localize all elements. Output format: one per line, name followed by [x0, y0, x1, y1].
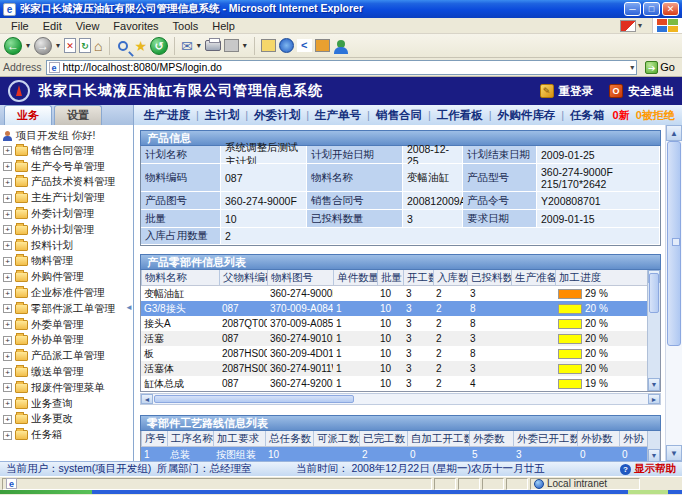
scrollbar-thumb[interactable]: [154, 395, 354, 403]
col-header[interactable]: 总任务数: [265, 431, 313, 446]
col-header[interactable]: 物料名称: [141, 270, 219, 285]
sidebar-item-scrap-menu[interactable]: 报废件管理菜单: [3, 380, 133, 396]
sidebar-item-coop-order[interactable]: 外协单管理: [3, 333, 133, 349]
tab-business[interactable]: 业务: [4, 105, 52, 125]
scroll-right-icon[interactable]: ►: [648, 394, 660, 404]
nav-production-progress[interactable]: 生产进度: [144, 108, 190, 123]
scrollbar-thumb[interactable]: [649, 273, 659, 313]
nav-outsource-plan[interactable]: 外委计划: [254, 108, 300, 123]
tab-settings[interactable]: 设置: [54, 105, 102, 125]
col-header[interactable]: 开工数: [403, 270, 433, 285]
col-header[interactable]: 父物料编码: [219, 270, 267, 285]
expand-icon[interactable]: [3, 273, 12, 282]
back-dropdown-caret[interactable]: ▾: [26, 41, 30, 50]
table-row-selected[interactable]: G3/8接头087370-009-A0840110328 20 %: [141, 301, 647, 316]
expand-icon[interactable]: [3, 289, 12, 298]
print-icon[interactable]: [205, 36, 221, 56]
show-help-link[interactable]: ? 显示帮助: [620, 462, 676, 476]
table-row[interactable]: 缸体总成087360-274-9200F110324 19 %: [141, 376, 647, 391]
table-row[interactable]: 变幅油缸360-274-9000F10323 29 %: [141, 286, 647, 301]
sidebar-item-master-plan[interactable]: 主生产计划管理: [3, 190, 133, 206]
address-input[interactable]: [63, 61, 628, 73]
parts-table-vertical-scrollbar[interactable]: ▲ ▼: [647, 270, 660, 391]
expand-icon[interactable]: [3, 383, 12, 392]
nav-purchased-stock[interactable]: 外购件库存: [498, 108, 556, 123]
sidebar-item-product-dispatch[interactable]: 产品派工单管理: [3, 348, 133, 364]
refresh-button[interactable]: ↻: [79, 36, 91, 56]
msn-icon[interactable]: <: [297, 36, 312, 56]
table-row[interactable]: 接头A2087QT002370-009-A0850110328 20 %: [141, 316, 647, 331]
menu-file[interactable]: File: [4, 20, 36, 32]
col-header[interactable]: 外委数: [469, 431, 513, 446]
col-header[interactable]: 已完工数: [359, 431, 407, 446]
start-button[interactable]: [0, 490, 92, 494]
expand-icon[interactable]: [3, 399, 12, 408]
col-header[interactable]: 可派工数: [313, 431, 359, 446]
maximize-button[interactable]: □: [643, 2, 660, 16]
expand-icon[interactable]: [3, 368, 12, 377]
mail-icon[interactable]: ✉: [181, 36, 193, 56]
taskbar-item[interactable]: [628, 490, 668, 494]
expand-icon[interactable]: [3, 415, 12, 424]
edit-dropdown-caret[interactable]: ▾: [243, 41, 247, 50]
nav-sales-contract[interactable]: 销售合同: [376, 108, 422, 123]
table-row[interactable]: 活塞体2087HS002360-274-9011W110323 20 %: [141, 361, 647, 376]
forward-button[interactable]: →: [34, 36, 52, 56]
col-header[interactable]: 批量: [377, 270, 403, 285]
expand-icon[interactable]: [3, 146, 12, 155]
expand-icon[interactable]: [3, 320, 12, 329]
sidebar-item-business-query[interactable]: 业务查询: [3, 396, 133, 412]
col-header[interactable]: 外协数: [577, 431, 619, 446]
scroll-left-icon[interactable]: ◄: [141, 394, 153, 404]
search-icon[interactable]: [116, 36, 132, 56]
col-header[interactable]: 已投料数: [467, 270, 511, 285]
sidebar-item-coop-plan[interactable]: 外协计划管理: [3, 222, 133, 238]
sidebar-item-order-number[interactable]: 生产令号单管理: [3, 159, 133, 175]
sidebar-item-feeding-plan[interactable]: 投料计划: [3, 238, 133, 254]
col-header[interactable]: 外协: [619, 431, 647, 446]
expand-icon[interactable]: [3, 225, 12, 234]
scroll-up-icon[interactable]: ▲: [666, 125, 682, 141]
logout-button[interactable]: O 安全退出: [609, 84, 674, 99]
close-button[interactable]: ✕: [662, 2, 679, 16]
expand-icon[interactable]: [3, 431, 12, 440]
acrobat-dropdown-caret[interactable]: ▾: [638, 21, 642, 30]
sidebar-collapse-handle[interactable]: ◄: [125, 303, 133, 312]
page-vertical-scrollbar[interactable]: ▲ ▼: [665, 125, 682, 461]
nav-task-box[interactable]: 任务箱: [570, 108, 605, 123]
nav-work-board[interactable]: 工作看板: [437, 108, 483, 123]
sidebar-item-material-mgmt[interactable]: 物料管理: [3, 254, 133, 270]
expand-icon[interactable]: [3, 162, 12, 171]
table-row-selected[interactable]: 1 总装 按图组装 10 2 0 5 3 0 0: [141, 447, 647, 461]
history-icon[interactable]: ↺: [150, 36, 168, 56]
parts-table-horizontal-scrollbar[interactable]: ◄ ►: [140, 393, 661, 405]
col-header[interactable]: 物料图号: [267, 270, 333, 285]
sidebar-item-part-dispatch[interactable]: 零部件派工单管理: [3, 301, 133, 317]
address-dropdown-caret[interactable]: ▾: [630, 63, 634, 72]
sidebar-item-tech-docs[interactable]: 产品技术资料管理: [3, 175, 133, 191]
menu-favorites[interactable]: Favorites: [106, 20, 165, 32]
favorites-icon[interactable]: ★: [135, 36, 148, 56]
scroll-down-icon[interactable]: ▼: [648, 378, 660, 391]
expand-icon[interactable]: [3, 336, 12, 345]
minimize-button[interactable]: ─: [624, 2, 641, 16]
sidebar-item-purchased-parts[interactable]: 外购件管理: [3, 269, 133, 285]
sidebar-item-standard-parts[interactable]: 企业标准件管理: [3, 285, 133, 301]
expand-icon[interactable]: [3, 241, 12, 250]
sidebar-item-outsource-plan[interactable]: 外委计划管理: [3, 206, 133, 222]
table-row[interactable]: 板2087HS002360-209-4D010110328 20 %: [141, 346, 647, 361]
discuss-icon[interactable]: [261, 36, 276, 56]
research-icon[interactable]: [315, 36, 330, 56]
menu-help[interactable]: Help: [205, 20, 242, 32]
expand-icon[interactable]: [3, 257, 12, 266]
col-header[interactable]: 生产准备: [511, 270, 555, 285]
expand-icon[interactable]: [3, 304, 12, 313]
col-header[interactable]: 单件数量: [333, 270, 377, 285]
col-header[interactable]: 加工要求: [213, 431, 265, 446]
scrollbar-thumb[interactable]: [667, 141, 681, 346]
scroll-down-icon[interactable]: ▼: [666, 445, 682, 461]
go-button[interactable]: ➔ Go: [641, 59, 679, 75]
table-row[interactable]: 活塞087360-274-9010F110323 20 %: [141, 331, 647, 346]
sidebar-item-task-box[interactable]: 任务箱: [3, 427, 133, 443]
col-header[interactable]: 入库数: [433, 270, 467, 285]
